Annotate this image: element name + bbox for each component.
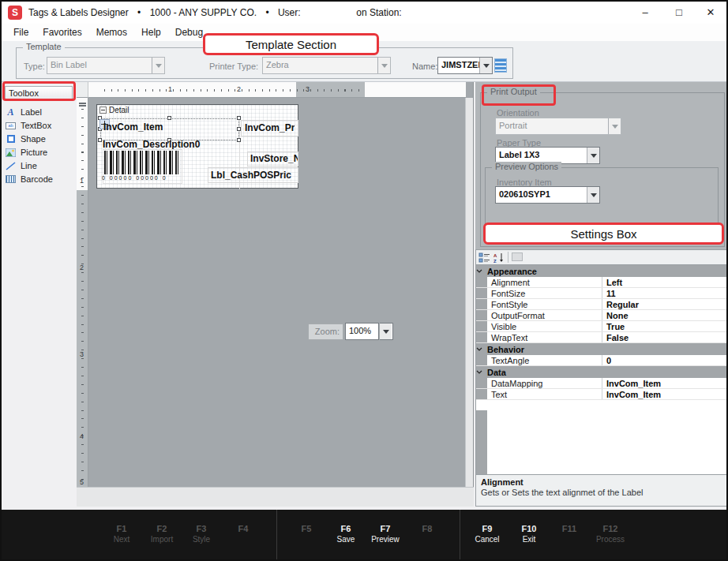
element-invstore-name[interactable]: InvStore_N (247, 151, 298, 166)
inventory-item-dropdown[interactable]: 020610SYP1 (495, 186, 600, 204)
sort-alphabetical-icon[interactable]: AZ (493, 252, 505, 263)
menu-favorites[interactable]: Favorites (37, 25, 87, 39)
property-value[interactable]: InvCom_Item (602, 378, 727, 388)
property-row-outputformat[interactable]: OutputFormat None (476, 310, 727, 321)
detail-band-header[interactable]: Detail (99, 106, 129, 114)
property-value[interactable]: InvCom_Item (602, 389, 727, 399)
label-design-surface[interactable]: Detail InvCom_Item InvCom_Pr InvCom_Desc… (96, 104, 298, 189)
property-name: Alignment (487, 277, 602, 287)
description-text: Gets or Sets the text alignmet of the La… (481, 488, 722, 497)
fkey-action: Import (140, 535, 184, 544)
close-button[interactable]: ✕ (695, 2, 726, 24)
fkey-f12-process: F12 Process (588, 524, 632, 544)
annotation-settings-box: Settings Box (483, 223, 724, 245)
element-invcom-description[interactable]: InvCom_Description0 (103, 139, 237, 150)
row-gutter (476, 288, 487, 298)
property-row-fontstyle[interactable]: FontStyle Regular (476, 299, 727, 310)
property-value[interactable]: Left (602, 277, 727, 287)
fkey-f10-exit[interactable]: F10 Exit (507, 524, 551, 544)
chevron-down-icon[interactable] (587, 187, 599, 203)
paper-type-value: Label 1X3 (496, 148, 587, 163)
name-dropdown[interactable]: JIMSTZEBRA6 (437, 57, 493, 74)
vertical-scrollbar[interactable] (465, 98, 473, 487)
toolbox-item-shape[interactable]: Shape (6, 133, 75, 145)
menu-help[interactable]: Help (136, 25, 167, 39)
category-data[interactable]: Data (476, 366, 727, 378)
property-row-fontsize[interactable]: FontSize 11 (476, 288, 727, 299)
barcode-bars (104, 151, 180, 174)
property-row-textangle[interactable]: TextAngle 0 (476, 355, 727, 366)
chevron-down-icon[interactable] (479, 58, 492, 73)
property-row-wraptext[interactable]: WrapText False (476, 332, 727, 343)
toolbox-item-picture[interactable]: Picture (6, 146, 75, 159)
orientation-value: Portrait (496, 118, 608, 134)
fkey-f9-cancel[interactable]: F9 Cancel (465, 524, 509, 544)
toolbox-item-line[interactable]: Line (6, 159, 75, 172)
property-value[interactable]: True (602, 321, 727, 331)
fkey-action: Style (179, 535, 223, 544)
selection-handle[interactable] (167, 116, 171, 120)
minimize-button[interactable]: – (629, 2, 661, 24)
maximize-button[interactable]: □ (663, 2, 695, 24)
title-bar: S Tags & Labels Designer • 1000 - ANY SU… (2, 2, 726, 24)
ruler-corner (77, 82, 88, 98)
property-value[interactable]: False (602, 332, 727, 342)
orientation-dropdown[interactable]: Portrait (495, 118, 621, 135)
ruler-number: 2 (237, 85, 241, 93)
property-name: Text (487, 389, 602, 399)
shape-icon (6, 134, 16, 144)
chevron-down-icon[interactable] (377, 58, 390, 73)
property-row-text[interactable]: Text InvCom_Item (476, 389, 727, 400)
property-value[interactable]: 0 (602, 355, 727, 365)
chevron-down-icon[interactable] (152, 58, 164, 73)
chevron-down-icon[interactable] (587, 148, 599, 163)
fkey-f6-save[interactable]: F6 Save (324, 524, 368, 544)
fkey-f7-preview[interactable]: F7 Preview (363, 524, 407, 544)
zoom-dropdown-button[interactable] (380, 323, 393, 340)
title-station-label: on Station: (356, 7, 401, 18)
fkey-action: Exit (507, 535, 551, 544)
ruler-number: 1 (80, 177, 84, 185)
chevron-down-icon[interactable] (608, 118, 621, 134)
printer-type-dropdown[interactable]: Zebra (262, 57, 391, 74)
category-behavior[interactable]: Behavior (476, 343, 727, 355)
template-list-icon[interactable] (494, 58, 507, 73)
property-grid-toolbar: AZ (475, 249, 728, 265)
designer-canvas[interactable]: 1 2 3 1 2 3 4 5 Detail (77, 82, 474, 507)
zoom-dropdown[interactable]: 100% (345, 323, 379, 340)
collapse-icon[interactable] (99, 107, 107, 114)
title-separator: • (265, 7, 268, 18)
menu-memos[interactable]: Memos (91, 25, 133, 39)
element-text: InvStore_N (250, 153, 298, 164)
menu-file[interactable]: File (8, 25, 34, 39)
property-name: FontStyle (487, 299, 602, 309)
toolbox-item-text: Barcode (21, 174, 53, 184)
property-row-datamapping[interactable]: DataMapping InvCom_Item (476, 378, 727, 389)
row-gutter (476, 277, 487, 287)
element-cashpos-price[interactable]: Lbl_CashPOSPric (208, 167, 298, 183)
property-row-alignment[interactable]: Alignment Left (476, 277, 727, 288)
property-value[interactable]: Regular (602, 299, 727, 309)
property-value[interactable]: 11 (602, 288, 727, 298)
description-title: Alignment (481, 477, 722, 487)
category-appearance[interactable]: Appearance (476, 265, 727, 277)
type-dropdown[interactable]: Bin Label (47, 57, 165, 74)
band-label: Detail (109, 106, 129, 114)
property-row-visible[interactable]: Visible True (476, 321, 727, 332)
toolbox-item-barcode[interactable]: Barcode (6, 173, 75, 185)
fkey-label: F9 (465, 524, 509, 533)
toolbox-item-textbox[interactable]: ab TextBox (6, 119, 75, 132)
element-invcom-item[interactable]: InvCom_Item (103, 122, 236, 133)
toolbox-item-label[interactable]: A Label (6, 106, 75, 118)
fkey-label: F1 (99, 524, 144, 533)
selection-handle[interactable] (237, 138, 241, 142)
horizontal-scrollbar[interactable] (77, 487, 474, 507)
element-invcom-price[interactable]: InvCom_Pr (241, 120, 298, 137)
categorized-icon[interactable] (478, 252, 490, 263)
property-value[interactable]: None (602, 310, 727, 320)
fnbar-separator (276, 510, 277, 559)
chevron-down-icon[interactable] (380, 324, 392, 339)
selection-handle[interactable] (98, 138, 102, 142)
fkey-label: F7 (363, 524, 407, 533)
preview-options-group-label: Preview Options (492, 162, 561, 171)
